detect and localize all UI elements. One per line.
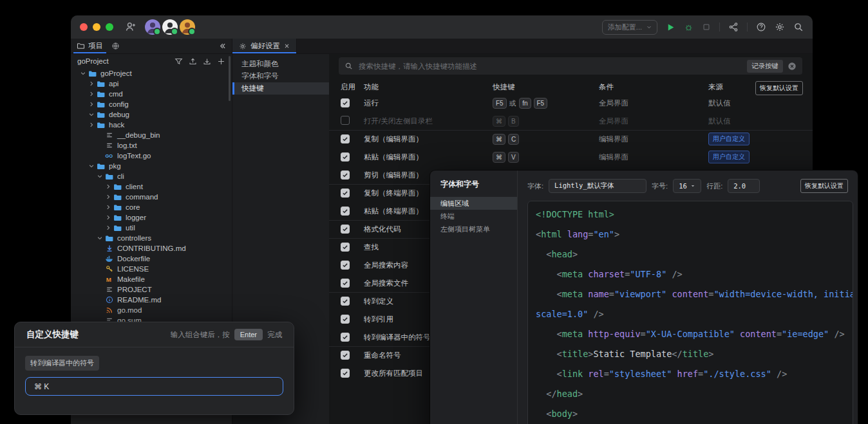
tree-item[interactable]: M Makefile <box>71 274 232 284</box>
shortcut-keys[interactable]: ⌘C <box>493 134 599 145</box>
enable-checkbox[interactable] <box>341 189 350 198</box>
enable-checkbox[interactable] <box>341 315 350 324</box>
shortcut-row[interactable]: 打开/关闭左侧目录栏 ⌘B 全局界面 默认值 <box>329 112 813 130</box>
tree-item[interactable]: log.txt <box>71 140 232 151</box>
upload-icon[interactable] <box>189 57 197 66</box>
source-text: 默认值 <box>708 99 731 107</box>
share-icon[interactable] <box>728 22 739 32</box>
tree-scrollbar[interactable] <box>229 56 231 101</box>
tree-item-label: cli <box>117 172 124 180</box>
collapse-sidebar-icon[interactable] <box>218 42 227 50</box>
run-icon[interactable] <box>666 23 675 32</box>
shortcut-capture-input[interactable]: ⌘ K <box>25 377 283 396</box>
enable-checkbox[interactable] <box>341 152 350 161</box>
keycap: ⌘ <box>493 134 505 145</box>
shortcut-keys[interactable]: ⌘B <box>493 116 599 127</box>
tree-item[interactable]: util <box>71 223 232 233</box>
line-height-input[interactable]: 2.0 <box>728 179 760 193</box>
code-line: <title>Static Template</title> <box>536 344 853 364</box>
sidebar-header: 项目 <box>71 39 232 53</box>
tab-preferences[interactable]: 偏好设置 <box>232 39 297 53</box>
tree-item[interactable]: PROJECT <box>71 284 232 295</box>
search-icon[interactable] <box>793 22 804 32</box>
tree-item[interactable]: config <box>71 99 232 109</box>
zoom-window-button[interactable] <box>106 23 113 31</box>
font-size-select[interactable]: 16 <box>673 179 701 193</box>
keycap: F5 <box>534 98 548 109</box>
tree-item[interactable]: Dockerfile <box>71 253 232 264</box>
svg-text:M: M <box>106 276 111 283</box>
font-scope-item[interactable]: 左侧项目树菜单 <box>430 223 517 235</box>
tree-item[interactable]: goProject <box>71 68 232 78</box>
font-scope-item[interactable]: 编辑区域 <box>430 197 517 210</box>
enable-checkbox[interactable] <box>341 98 350 107</box>
enable-checkbox[interactable] <box>341 297 350 306</box>
tree-item[interactable]: logger <box>71 212 232 223</box>
enable-checkbox[interactable] <box>341 116 350 125</box>
tree-item[interactable]: cli <box>71 171 232 181</box>
enable-checkbox[interactable] <box>341 243 350 252</box>
settings-nav-item[interactable]: 字体和字号 <box>232 70 329 82</box>
enable-checkbox[interactable] <box>341 171 350 180</box>
reset-defaults-button[interactable]: 恢复默认设置 <box>755 81 803 95</box>
enable-checkbox[interactable] <box>341 134 350 143</box>
shortcut-search-input[interactable] <box>357 62 742 71</box>
close-icon[interactable] <box>284 43 290 49</box>
settings-gear-icon[interactable] <box>775 22 785 32</box>
code-line: <body> <box>536 404 853 424</box>
enable-checkbox[interactable] <box>341 351 350 360</box>
settings-nav-item[interactable]: 快捷键 <box>232 82 329 95</box>
shortcut-keys[interactable]: F5或fnF5 <box>493 98 599 109</box>
stop-icon[interactable] <box>702 23 711 32</box>
tree-item[interactable]: CONTRIBUTING.md <box>71 243 232 253</box>
shortcut-row[interactable]: 粘贴（编辑界面） ⌘V 编辑界面 用户自定义 <box>329 148 813 166</box>
add-icon[interactable] <box>217 57 225 66</box>
function-name: 打开/关闭左侧目录栏 <box>364 116 493 126</box>
tree-item[interactable]: cmd <box>71 89 232 99</box>
tree-item[interactable]: command <box>71 192 232 202</box>
enable-checkbox[interactable] <box>341 333 350 342</box>
enable-checkbox[interactable] <box>341 279 350 288</box>
tree-item[interactable]: GO logText.go <box>71 151 232 161</box>
tree-item[interactable]: pkg <box>71 161 232 171</box>
debug-icon[interactable] <box>684 23 693 32</box>
tree-item[interactable]: __debug_bin <box>71 130 232 140</box>
tab-projects[interactable]: 项目 <box>71 39 109 53</box>
tree-item[interactable]: go.mod <box>71 305 232 315</box>
avatar[interactable] <box>145 19 160 35</box>
collaborator-avatars[interactable] <box>143 19 195 35</box>
enable-checkbox[interactable] <box>341 369 350 378</box>
globe-icon[interactable] <box>111 42 120 50</box>
tree-item[interactable]: api <box>71 78 232 89</box>
minimize-window-button[interactable] <box>93 23 100 31</box>
settings-nav-item[interactable]: 主题和颜色 <box>232 58 329 70</box>
enable-checkbox[interactable] <box>341 261 350 270</box>
code-line: <meta name="viewport" content="width=dev… <box>536 284 853 304</box>
tree-item[interactable]: README.md <box>71 295 232 305</box>
tree-item[interactable]: LICENSE <box>71 264 232 274</box>
record-keys-button[interactable]: 记录按键 <box>747 60 783 73</box>
font-scope-item[interactable]: 终端 <box>430 210 517 223</box>
tree-item[interactable]: core <box>71 202 232 212</box>
avatar[interactable] <box>180 19 195 35</box>
help-icon[interactable] <box>756 22 766 32</box>
shortcut-row[interactable]: 复制（编辑界面） ⌘C 编辑界面 用户自定义 <box>329 130 813 148</box>
header-row: 项目 偏好设置 <box>71 39 813 54</box>
download-icon[interactable] <box>203 57 211 66</box>
close-window-button[interactable] <box>80 23 88 31</box>
enable-checkbox[interactable] <box>341 207 350 216</box>
font-reset-defaults-button[interactable]: 恢复默认设置 <box>800 179 848 193</box>
enable-checkbox[interactable] <box>341 225 350 234</box>
clear-search-icon[interactable] <box>788 62 797 71</box>
tree-item[interactable]: controllers <box>71 233 232 243</box>
tree-item[interactable]: client <box>71 181 232 192</box>
avatar[interactable] <box>162 19 178 35</box>
tree-item[interactable]: hack <box>71 120 232 130</box>
shortcut-row[interactable]: 运行 F5或fnF5 全局界面 默认值 <box>329 94 813 112</box>
tree-item[interactable]: debug <box>71 109 232 120</box>
filter-icon[interactable] <box>175 57 183 66</box>
add-config-dropdown[interactable]: 添加配置... <box>602 20 657 35</box>
shortcut-keys[interactable]: ⌘V <box>493 152 599 163</box>
add-person-icon[interactable] <box>125 21 137 33</box>
font-family-input[interactable]: Lightly_默认字体 <box>549 179 646 193</box>
